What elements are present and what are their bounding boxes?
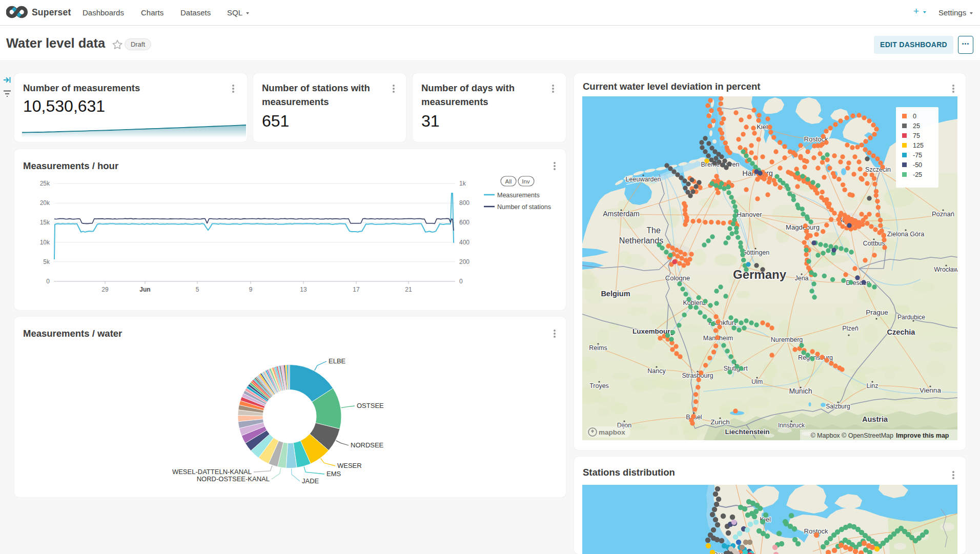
svg-text:Innsbruck: Innsbruck [778,422,805,429]
svg-text:ELBE: ELBE [329,357,346,365]
svg-text:Ulm: Ulm [751,378,763,385]
svg-text:Liechtenstein: Liechtenstein [725,428,769,436]
svg-text:400: 400 [459,239,469,246]
svg-text:Salzburg: Salzburg [826,403,850,410]
svg-text:29: 29 [101,286,109,293]
svg-text:Troyes: Troyes [589,382,609,389]
svg-text:Prague: Prague [866,309,888,316]
svg-text:NORDSEE: NORDSEE [351,441,384,449]
svg-text:Inv: Inv [522,178,530,184]
svg-text:Austria: Austria [862,415,888,423]
svg-text:Leeuwarden: Leeuwarden [626,176,661,183]
svg-text:Nancy: Nancy [647,367,666,375]
svg-text:Plzeň: Plzeň [842,325,858,332]
svg-text:10k: 10k [40,239,50,246]
svg-text:-25: -25 [913,171,922,178]
svg-text:17: 17 [353,286,360,293]
svg-text:Czechia: Czechia [887,328,916,336]
svg-text:Kiel: Kiel [757,123,768,131]
svg-text:Koblenz: Koblenz [683,299,706,306]
svg-text:NORD-OSTSEE-KANAL: NORD-OSTSEE-KANAL [197,475,270,483]
svg-text:Germany: Germany [733,268,787,281]
svg-text:600: 600 [459,219,469,226]
svg-text:9: 9 [249,286,253,293]
svg-text:Zielona Góra: Zielona Góra [887,231,924,238]
svg-text:Improve this map: Improve this map [896,432,949,439]
svg-text:© Mapbox © OpenStreetMap: © Mapbox © OpenStreetMap [810,432,893,439]
svg-text:Zurich: Zurich [710,418,730,426]
svg-text:JADE: JADE [302,477,319,485]
svg-text:WESER: WESER [337,462,362,469]
svg-text:Szczecin: Szczecin [865,166,891,173]
svg-text:-75: -75 [913,152,922,159]
svg-text:Linz: Linz [867,382,879,389]
svg-text:20k: 20k [40,199,50,207]
svg-text:OSTSEE: OSTSEE [357,402,384,409]
svg-text:Jena: Jena [794,275,808,282]
svg-text:Jun: Jun [139,286,150,293]
svg-text:0: 0 [459,278,463,285]
svg-text:EMS: EMS [326,470,341,478]
svg-text:25: 25 [913,122,920,130]
svg-text:-50: -50 [913,161,922,169]
svg-text:mapbox: mapbox [599,428,625,436]
svg-text:Poznań: Poznań [932,210,954,218]
svg-text:Pardubice: Pardubice [897,314,925,321]
svg-text:WESEL-DATTELN-KANAL: WESEL-DATTELN-KANAL [172,468,252,476]
svg-text:Netherlands: Netherlands [619,236,663,245]
svg-text:The: The [646,226,661,235]
svg-text:5k: 5k [43,258,50,265]
svg-text:75: 75 [913,132,920,139]
svg-text:21: 21 [405,286,412,293]
svg-text:Göttingen: Göttingen [742,249,769,256]
svg-text:Reims: Reims [589,344,607,352]
svg-text:13: 13 [300,286,307,293]
svg-text:0: 0 [46,278,50,285]
svg-text:800: 800 [459,199,469,207]
svg-text:Belgium: Belgium [601,290,630,298]
svg-text:Vienna: Vienna [920,386,941,394]
svg-text:Wrocław: Wrocław [934,266,957,273]
svg-text:15k: 15k [40,219,50,226]
svg-text:5: 5 [196,286,199,293]
svg-text:Nuremberg: Nuremberg [771,336,803,343]
svg-text:0: 0 [913,113,916,120]
svg-text:200: 200 [459,258,469,265]
svg-text:Measurements: Measurements [497,192,540,199]
svg-text:Cottbus: Cottbus [863,240,885,247]
svg-text:Magdeburg: Magdeburg [786,223,820,231]
svg-text:125: 125 [913,142,924,149]
svg-text:Cologne: Cologne [665,274,690,282]
svg-text:Number of stations: Number of stations [497,203,551,211]
svg-text:Hanover: Hanover [737,211,762,218]
svg-text:1k: 1k [459,180,466,187]
svg-text:25k: 25k [40,180,50,187]
svg-text:All: All [505,178,512,184]
